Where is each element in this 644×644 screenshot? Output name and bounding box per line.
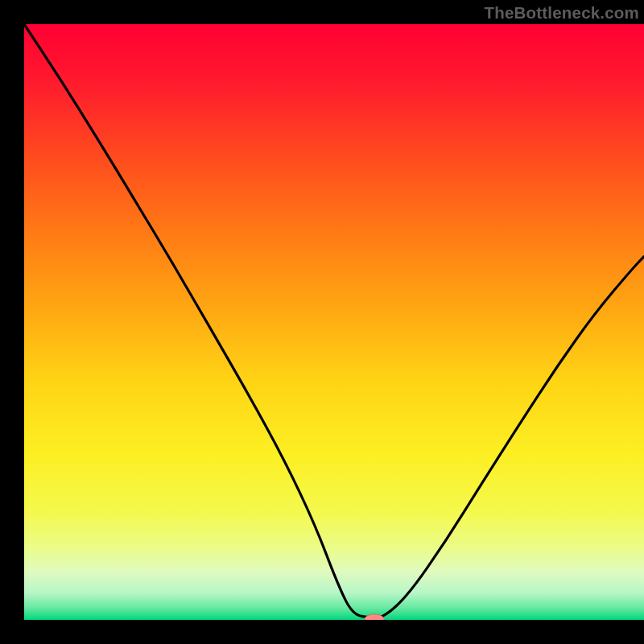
chart-stage: TheBottleneck.com: [0, 0, 644, 644]
plot-area: [24, 24, 644, 620]
watermark-text: TheBottleneck.com: [485, 3, 640, 23]
gradient-background: [24, 24, 644, 620]
chart-svg: [24, 24, 644, 620]
